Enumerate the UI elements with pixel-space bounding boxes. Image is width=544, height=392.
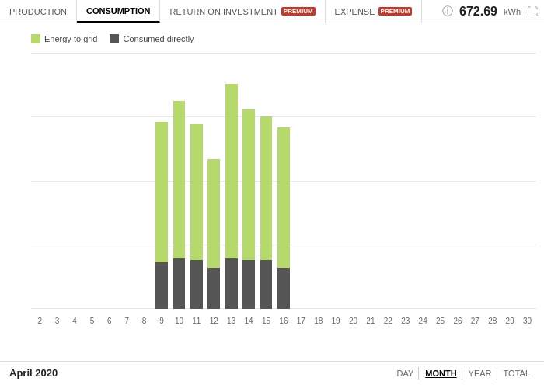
bar-group[interactable] (310, 53, 327, 309)
x-axis-label: 16 (275, 317, 292, 325)
bar-group[interactable] (344, 53, 361, 309)
bar-group[interactable] (153, 53, 170, 309)
roi-premium-badge: PREMIUM (281, 7, 316, 16)
info-icon[interactable]: ⓘ (442, 5, 453, 19)
bar-group[interactable] (240, 53, 257, 309)
bar-group[interactable] (222, 53, 239, 309)
legend-label-direct: Consumed directly (123, 34, 194, 43)
bar-group[interactable] (135, 53, 152, 309)
x-axis-label: 20 (344, 317, 361, 325)
bar-segment-green (207, 159, 220, 268)
bar-group[interactable] (118, 53, 135, 309)
legend-label-grid: Energy to grid (44, 34, 97, 43)
bars-area (31, 53, 536, 309)
bar-stack (277, 127, 290, 309)
bar-stack (190, 124, 203, 309)
nav-right: ⓘ 672.69 kWh ⛶ (442, 5, 538, 19)
x-axis-label: 23 (397, 317, 414, 325)
bar-group[interactable] (275, 53, 292, 309)
bar-group[interactable] (449, 53, 466, 309)
bar-segment-dark (260, 260, 273, 309)
x-axis-label: 12 (205, 317, 222, 325)
x-axis-label: 2 (31, 317, 48, 325)
x-axis-label: 4 (66, 317, 83, 325)
bar-group[interactable] (188, 53, 205, 309)
bar-stack (242, 109, 255, 309)
x-axis-label: 11 (188, 317, 205, 325)
x-axis-label: 26 (449, 317, 466, 325)
bar-group[interactable] (66, 53, 83, 309)
tab-day[interactable]: DAY (392, 367, 419, 380)
bar-stack (173, 101, 186, 309)
bar-group[interactable] (518, 53, 535, 309)
legend-item-grid: Energy to grid (31, 34, 97, 43)
bar-segment-dark (207, 268, 220, 309)
x-axis-label: 22 (379, 317, 396, 325)
bar-segment-green (277, 127, 290, 268)
time-tabs: DAY MONTH YEAR TOTAL (392, 367, 535, 380)
bar-group[interactable] (397, 53, 414, 309)
x-axis-label: 28 (484, 317, 501, 325)
bar-stack (225, 84, 238, 309)
x-axis-label: 27 (466, 317, 483, 325)
x-axis-label: 14 (240, 317, 257, 325)
x-axis-label: 3 (48, 317, 65, 325)
tab-month[interactable]: MONTH (420, 367, 462, 380)
x-axis: 2345678910111213141516171819202122232425… (31, 309, 536, 332)
bar-group[interactable] (414, 53, 431, 309)
bar-group[interactable] (31, 53, 48, 309)
bar-group[interactable] (501, 53, 518, 309)
bar-group[interactable] (466, 53, 483, 309)
bar-segment-dark (242, 260, 255, 309)
bar-segment-dark (190, 260, 203, 309)
bar-segment-green (190, 124, 203, 260)
bar-segment-green (242, 109, 255, 260)
bar-group[interactable] (170, 53, 187, 309)
bar-stack (155, 122, 168, 309)
expand-icon[interactable]: ⛶ (527, 5, 538, 18)
bottom-bar: April 2020 DAY MONTH YEAR TOTAL (0, 361, 544, 384)
bar-group[interactable] (83, 53, 100, 309)
x-axis-label: 21 (362, 317, 379, 325)
bar-group[interactable] (292, 53, 309, 309)
kwh-value: 672.69 (459, 5, 497, 19)
x-axis-label: 19 (327, 317, 344, 325)
bar-segment-green (260, 116, 273, 260)
bar-segment-dark (225, 258, 238, 309)
legend: Energy to grid Consumed directly (0, 31, 544, 47)
bar-group[interactable] (101, 53, 118, 309)
legend-item-direct: Consumed directly (110, 34, 194, 43)
x-axis-label: 17 (292, 317, 309, 325)
tab-year[interactable]: YEAR (464, 367, 497, 380)
bar-group[interactable] (431, 53, 448, 309)
nav-item-roi[interactable]: RETURN ON INVESTMENT PREMIUM (160, 0, 325, 23)
x-axis-label: 8 (135, 317, 152, 325)
bar-group[interactable] (327, 53, 344, 309)
bar-segment-dark (277, 268, 290, 309)
bar-segment-green (173, 101, 186, 258)
tab-total[interactable]: TOTAL (499, 367, 535, 380)
bar-group[interactable] (362, 53, 379, 309)
bar-segment-dark (155, 262, 168, 309)
x-axis-label: 30 (518, 317, 535, 325)
x-axis-label: 15 (257, 317, 274, 325)
bar-group[interactable] (379, 53, 396, 309)
bar-group[interactable] (484, 53, 501, 309)
nav-item-expense[interactable]: EXPENSE PREMIUM (326, 0, 423, 23)
nav-item-production[interactable]: PRODUCTION (6, 0, 77, 23)
x-axis-label: 10 (170, 317, 187, 325)
x-axis-label: 18 (310, 317, 327, 325)
x-axis-label: 6 (101, 317, 118, 325)
top-nav: PRODUCTION CONSUMPTION RETURN ON INVESTM… (0, 0, 544, 23)
legend-color-green (31, 34, 40, 43)
nav-item-consumption[interactable]: CONSUMPTION (77, 0, 161, 23)
bar-group[interactable] (205, 53, 222, 309)
x-axis-label: 9 (153, 317, 170, 325)
chart-container: 2345678910111213141516171819202122232425… (0, 53, 544, 332)
bar-group[interactable] (257, 53, 274, 309)
x-axis-label: 5 (83, 317, 100, 325)
legend-color-dark (110, 34, 119, 43)
x-axis-label: 7 (118, 317, 135, 325)
bar-stack (260, 116, 273, 309)
bar-group[interactable] (48, 53, 65, 309)
